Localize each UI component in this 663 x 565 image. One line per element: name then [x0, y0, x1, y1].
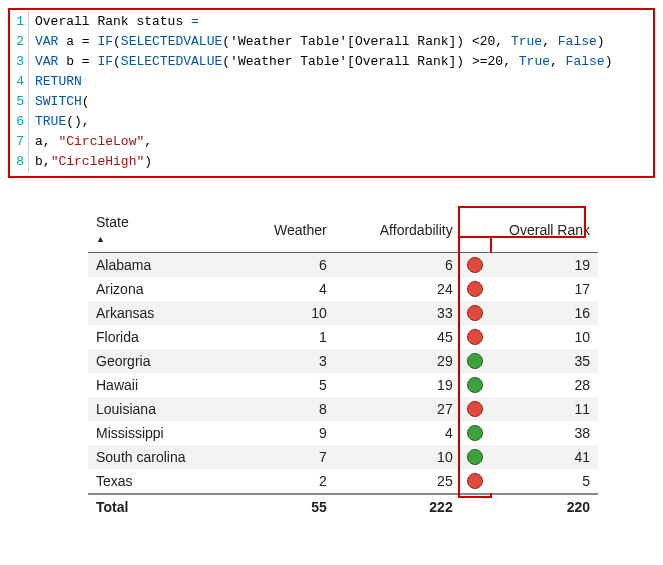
- cell-state: Mississippi: [88, 421, 237, 445]
- cell-state: Texas: [88, 469, 237, 494]
- table-row[interactable]: Arkansas103316: [88, 301, 598, 325]
- table-total-row: Total55222220: [88, 494, 598, 519]
- cell-rank: 5: [461, 469, 598, 494]
- cell-weather: 1: [237, 325, 334, 349]
- line-content: VAR a = IF(SELECTEDVALUE('Weather Table'…: [29, 32, 605, 52]
- line-content: b,"CircleHigh"): [29, 152, 152, 172]
- line-content: a, "CircleLow",: [29, 132, 152, 152]
- status-circle-icon: [467, 449, 483, 465]
- line-content: Overall Rank status =: [29, 12, 199, 32]
- cell-weather: 3: [237, 349, 334, 373]
- header-row: State ▲ Weather Affordability Overall Ra…: [88, 208, 598, 253]
- cell-weather: 8: [237, 397, 334, 421]
- cell-state: Arkansas: [88, 301, 237, 325]
- total-weather: 55: [237, 494, 334, 519]
- header-state-label: State: [96, 214, 129, 230]
- data-table-wrapper: State ▲ Weather Affordability Overall Ra…: [88, 208, 598, 519]
- table-row[interactable]: South carolina71041: [88, 445, 598, 469]
- cell-rank: 17: [461, 277, 598, 301]
- status-circle-icon: [467, 401, 483, 417]
- status-circle-icon: [467, 257, 483, 273]
- cell-weather: 9: [237, 421, 334, 445]
- status-circle-icon: [467, 473, 483, 489]
- sort-asc-icon: ▲: [96, 234, 105, 244]
- table-row[interactable]: Florida14510: [88, 325, 598, 349]
- cell-afford: 27: [335, 397, 461, 421]
- code-line[interactable]: 4RETURN: [10, 72, 653, 92]
- cell-afford: 25: [335, 469, 461, 494]
- cell-rank: 41: [461, 445, 598, 469]
- code-line[interactable]: 6TRUE(),: [10, 112, 653, 132]
- cell-state: South carolina: [88, 445, 237, 469]
- line-number: 8: [10, 152, 29, 172]
- status-circle-icon: [467, 281, 483, 297]
- cell-rank: 38: [461, 421, 598, 445]
- cell-weather: 7: [237, 445, 334, 469]
- code-line[interactable]: 5SWITCH(: [10, 92, 653, 112]
- header-overall-rank[interactable]: Overall Rank: [461, 208, 598, 253]
- cell-state: Louisiana: [88, 397, 237, 421]
- code-line[interactable]: 3VAR b = IF(SELECTEDVALUE('Weather Table…: [10, 52, 653, 72]
- header-affordability[interactable]: Affordability: [335, 208, 461, 253]
- cell-afford: 33: [335, 301, 461, 325]
- cell-afford: 6: [335, 253, 461, 278]
- line-content: SWITCH(: [29, 92, 90, 112]
- line-content: RETURN: [29, 72, 82, 92]
- status-circle-icon: [467, 425, 483, 441]
- header-state[interactable]: State ▲: [88, 208, 237, 253]
- cell-weather: 5: [237, 373, 334, 397]
- cell-weather: 10: [237, 301, 334, 325]
- cell-rank: 28: [461, 373, 598, 397]
- code-line[interactable]: 2VAR a = IF(SELECTEDVALUE('Weather Table…: [10, 32, 653, 52]
- header-rank-label: Overall Rank: [509, 222, 590, 238]
- cell-afford: 10: [335, 445, 461, 469]
- cell-weather: 2: [237, 469, 334, 494]
- header-weather[interactable]: Weather: [237, 208, 334, 253]
- code-line[interactable]: 1Overall Rank status =: [10, 12, 653, 32]
- table-row[interactable]: Alabama6619: [88, 253, 598, 278]
- line-number: 5: [10, 92, 29, 112]
- cell-rank: 19: [461, 253, 598, 278]
- table-row[interactable]: Hawaii51928: [88, 373, 598, 397]
- status-circle-icon: [467, 329, 483, 345]
- table-row[interactable]: Louisiana82711: [88, 397, 598, 421]
- code-line[interactable]: 7a, "CircleLow",: [10, 132, 653, 152]
- cell-weather: 6: [237, 253, 334, 278]
- cell-afford: 4: [335, 421, 461, 445]
- table-row[interactable]: Mississippi9438: [88, 421, 598, 445]
- line-number: 4: [10, 72, 29, 92]
- status-circle-icon: [467, 377, 483, 393]
- cell-rank: 10: [461, 325, 598, 349]
- total-rank: 220: [461, 494, 598, 519]
- status-circle-icon: [467, 305, 483, 321]
- cell-afford: 19: [335, 373, 461, 397]
- total-label: Total: [88, 494, 237, 519]
- line-number: 1: [10, 12, 29, 32]
- cell-state: Georgria: [88, 349, 237, 373]
- cell-state: Florida: [88, 325, 237, 349]
- cell-afford: 29: [335, 349, 461, 373]
- cell-rank: 35: [461, 349, 598, 373]
- data-table: State ▲ Weather Affordability Overall Ra…: [88, 208, 598, 519]
- cell-state: Hawaii: [88, 373, 237, 397]
- line-content: VAR b = IF(SELECTEDVALUE('Weather Table'…: [29, 52, 612, 72]
- line-number: 3: [10, 52, 29, 72]
- total-afford: 222: [335, 494, 461, 519]
- header-afford-label: Affordability: [380, 222, 453, 238]
- line-number: 7: [10, 132, 29, 152]
- line-content: TRUE(),: [29, 112, 90, 132]
- line-number: 6: [10, 112, 29, 132]
- table-row[interactable]: Texas2255: [88, 469, 598, 494]
- cell-weather: 4: [237, 277, 334, 301]
- line-number: 2: [10, 32, 29, 52]
- cell-afford: 45: [335, 325, 461, 349]
- cell-state: Arizona: [88, 277, 237, 301]
- table-row[interactable]: Georgria32935: [88, 349, 598, 373]
- dax-code-block[interactable]: 1Overall Rank status =2VAR a = IF(SELECT…: [8, 8, 655, 178]
- cell-rank: 11: [461, 397, 598, 421]
- cell-rank: 16: [461, 301, 598, 325]
- table-row[interactable]: Arizona42417: [88, 277, 598, 301]
- code-line[interactable]: 8b,"CircleHigh"): [10, 152, 653, 172]
- cell-afford: 24: [335, 277, 461, 301]
- header-weather-label: Weather: [274, 222, 327, 238]
